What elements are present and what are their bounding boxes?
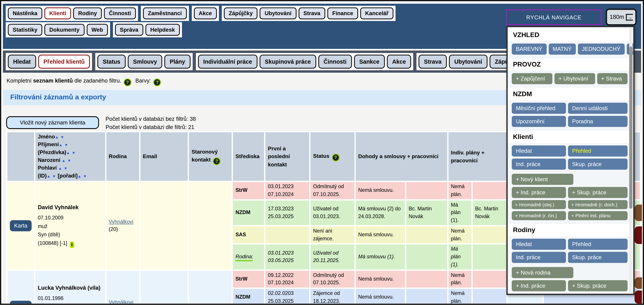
karta-button[interactable]: Karta [10, 300, 32, 304]
help-icon[interactable]: ? [124, 78, 131, 86]
subnav-prehled-klientu[interactable]: Přehled klientů [38, 54, 90, 68]
subnav-plany[interactable]: Plány [164, 54, 190, 68]
nav-web[interactable]: Web [86, 24, 108, 36]
sort-icons[interactable]: ▲ ▼ [59, 143, 68, 147]
sort-icons[interactable]: ▲ ▼ [47, 174, 56, 178]
sort-icons[interactable]: ▲ ▼ [55, 135, 65, 139]
status-cell: Zájemce od 18.12.2023. [311, 289, 354, 304]
nav-sprava[interactable]: Správa [115, 24, 143, 36]
nav-zamestnanci[interactable]: Zaměstnanci [143, 8, 187, 19]
app-window: Nástěnka Klienti Rodiny Činnosti Zaměstn… [0, 0, 644, 305]
subnav-smlouvy[interactable]: Smlouvy [128, 54, 162, 68]
family-cell: Vyhnálkovi (20) [106, 270, 139, 304]
plneni-ind-planu-button[interactable]: + Plnění ind. plánu [568, 211, 628, 220]
karta-button[interactable]: Karta [10, 220, 32, 231]
header-dohody: Dohody a smlouvy + pracovníci [356, 132, 447, 181]
dohody-cell: Nemá smlouvu. [356, 270, 405, 288]
mesicni-prehled-button[interactable]: Měsíční přehled [512, 103, 566, 114]
nav-cinnosti[interactable]: Činnosti [104, 8, 136, 19]
nova-rodina-button[interactable]: + Nová rodina [512, 267, 573, 278]
nav-klienti[interactable]: Klienti [44, 8, 71, 19]
nav-strava[interactable]: Strava [298, 8, 325, 19]
nav-statistiky[interactable]: Statistiky [8, 24, 42, 36]
staronovy-help-icon[interactable]: ? [213, 158, 220, 165]
nav-ubytovani[interactable]: Ubytování [260, 8, 296, 19]
add-client-button[interactable]: Vložit nový záznam klienta [6, 116, 99, 129]
denni-udalosti-button[interactable]: Denní události [568, 103, 628, 114]
session-logout-button[interactable]: 180m→ [606, 8, 636, 26]
klienti-hledat-button[interactable]: Hledat [512, 146, 566, 157]
hromadne-r-doch-button[interactable]: + Hromadně (r. doch.) [568, 200, 628, 209]
subnav-cinnosti[interactable]: Činnosti [318, 54, 352, 68]
header-name-sort[interactable]: Jméno▲ ▼ Příjmení▲ ▼ (Přezdívka)▲ ▼ Naro… [35, 132, 105, 181]
subnav-ubytovani[interactable]: Ubytování [449, 54, 488, 68]
panel-scrollbar-thumb[interactable] [629, 46, 632, 209]
add-ubytovani-button[interactable]: + Ubytování [554, 73, 595, 84]
rodiny-ind-prace-button[interactable]: Ind. práce [512, 252, 566, 263]
add-zapujceni-button[interactable]: + Zapůjčení [512, 73, 552, 84]
nav-zapujcky[interactable]: Zápůjčky [224, 8, 258, 19]
klienti-add-ind-prace-button[interactable]: + Ind. práce [512, 187, 566, 198]
subnav-sankce[interactable]: Sankce [354, 54, 385, 68]
klienti-add-skup-prace-button[interactable]: + Skup. práce [568, 187, 628, 198]
klienti-prehled-button[interactable]: Přehled [568, 146, 628, 157]
nav-group-reporty: Statistiky Dokumenty Web [6, 22, 110, 38]
rodiny-add-skup-prace-button[interactable]: + Skup. práce [568, 280, 628, 291]
nav-rodiny[interactable]: Rodiny [73, 8, 102, 19]
subnav-strava[interactable]: Strava [418, 54, 447, 68]
header-rodina: Rodina [106, 132, 139, 181]
novy-klient-button[interactable]: + Nový klient [512, 174, 573, 185]
email-cell [140, 182, 188, 269]
stredisko-cell: StrW [233, 270, 264, 288]
theme-matny-button[interactable]: MATNÝ [548, 44, 576, 55]
sort-icons[interactable]: ▲ ▼ [66, 151, 76, 155]
theme-jednoduchy-button[interactable]: JEDNODUCHÝ [578, 44, 625, 55]
sort-icons[interactable]: ▲ ▼ [78, 174, 87, 178]
plan-cell: Nemá plán. [448, 182, 471, 199]
quick-navigation-button[interactable]: RYCHLÁ NAVIGACE [506, 10, 602, 25]
nav-finance[interactable]: Finance [327, 8, 358, 19]
klienti-skup-prace-button[interactable]: Skup. práce [568, 159, 628, 170]
nzdm-buttons-row2: Upozornění Poradna [512, 116, 628, 127]
nav-nastenka[interactable]: Nástěnka [8, 8, 42, 19]
rodina-link[interactable]: Rodina: [236, 254, 253, 262]
nav-kancelar[interactable]: Kancelář [360, 8, 394, 19]
family-link[interactable]: Vyhnálkovi [109, 219, 133, 224]
count-with-filters: Počet klientů v databázi dle filtrů: 21 [106, 123, 196, 132]
nav-group-provoz: Zápůjčky Ubytování Strava Finance Kancel… [222, 6, 396, 21]
rodiny-hledat-button[interactable]: Hledat [512, 239, 566, 250]
sort-icons[interactable]: ▲ ▼ [58, 166, 68, 170]
family-link[interactable]: Vyhnálkovi [109, 299, 133, 304]
colors-help-icon[interactable]: ? [154, 78, 161, 86]
add-strava-button[interactable]: + Strava [597, 73, 628, 84]
sort-icons[interactable]: ▲ ▼ [62, 159, 72, 163]
subnav-group-prace: Individuální práce Skupinová práce Činno… [196, 53, 413, 70]
rodiny-add-ind-prace-button[interactable]: + Ind. práce [512, 280, 566, 291]
count-without-filters: Počet klientů v databázi bez filtrů: 38 [106, 115, 196, 123]
info-icon[interactable]: i [70, 242, 74, 248]
nav-helpdesk[interactable]: Helpdesk [145, 24, 180, 36]
dohody-prac-cell [406, 244, 447, 269]
panel-scrollbar[interactable] [629, 28, 632, 293]
klienti-ind-prace-button[interactable]: Ind. práce [512, 159, 566, 170]
rodiny-prehled-button[interactable]: Přehled [568, 239, 628, 250]
staronovy-cell: 09.12.2022 [189, 270, 232, 304]
status-cell: Uživatel od 03.01.2023. [311, 200, 354, 225]
rodiny-skup-prace-button[interactable]: Skup. práce [568, 252, 628, 263]
subnav-akce[interactable]: Akce [387, 54, 411, 68]
client-id: (100848) [-1] [38, 240, 67, 246]
nav-dokumenty[interactable]: Dokumenty [44, 24, 84, 36]
subnav-individualni-prace[interactable]: Individuální práce [198, 54, 258, 68]
hromadne-stej-button[interactable]: + Hromadně (stej.) [512, 200, 566, 209]
quick-navigation-content: VZHLED BAREVNÝ MATNÝ JEDNODUCHÝ STROHÝ P… [508, 27, 629, 294]
status-help-icon[interactable]: ? [332, 154, 340, 161]
subnav-skupinova-prace[interactable]: Skupinová práce [260, 54, 316, 68]
hromadne-r-cin-button[interactable]: + Hromadně (r. čin.) [512, 211, 566, 220]
header-prvni-posledni: První a poslední kontakt [266, 132, 310, 181]
subnav-status[interactable]: Status [98, 54, 126, 68]
upozorneni-button[interactable]: Upozornění [512, 116, 566, 127]
poradna-button[interactable]: Poradna [568, 116, 628, 127]
theme-barevny-button[interactable]: BAREVNÝ [512, 44, 546, 55]
subnav-hledat[interactable]: Hledat [8, 54, 36, 68]
nav-akce[interactable]: Akce [194, 8, 217, 19]
